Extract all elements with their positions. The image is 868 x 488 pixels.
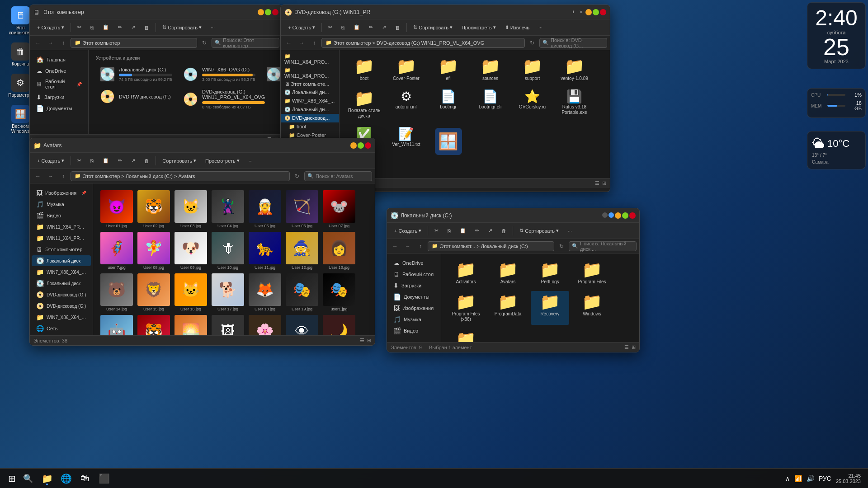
av-sidebar-video[interactable]: 🎬 Видео: [32, 210, 91, 221]
thispc-search[interactable]: 🔍 Поиск в: Этот компьютер: [212, 38, 279, 48]
av-sidebar-localc[interactable]: 💽 Локальный диск: [32, 255, 91, 266]
disk-c[interactable]: 💽 Локальный диск (C:) 74,6 ГБ свободно и…: [96, 64, 177, 84]
avatar-user19[interactable]: 🎭 User 19.jpg: [284, 272, 320, 313]
dvd-file-bootmgr[interactable]: 📄 bootmgr: [429, 88, 467, 122]
taskbar-app-explorer[interactable]: 📁: [38, 470, 56, 487]
tray-network[interactable]: 📶: [793, 474, 803, 483]
tree-win11-2[interactable]: 📁 WIN11_X64_PRO...: [281, 66, 339, 80]
lc-back-btn[interactable]: ←: [390, 241, 401, 252]
lc-folder-users[interactable]: 📁 Пользователи: [447, 328, 485, 342]
avatar-extra2[interactable]: 🌸 ...: [247, 314, 283, 335]
av-refresh-btn[interactable]: ↻: [292, 171, 302, 182]
thispc-rename-btn[interactable]: ✏: [114, 23, 126, 32]
dvd-file-ovgorskiy[interactable]: ⭐ OVGorskiy.ru: [513, 88, 552, 122]
dvd-back-btn[interactable]: ←: [283, 38, 294, 48]
dvd-create-btn[interactable]: + Создать ▾: [284, 23, 319, 32]
avatar-user13[interactable]: 👩 User 13.jpg: [321, 230, 357, 271]
avatar-user05[interactable]: 🧝 User 05.jpg: [247, 189, 283, 230]
sidebar-documents[interactable]: 📄 Документы: [32, 103, 86, 114]
lc-folder-windows[interactable]: 📁 Windows: [573, 291, 611, 325]
lc-sidebar-docs[interactable]: 📄 Документы: [389, 291, 439, 302]
taskbar-clock[interactable]: 21:45 25.03.2023: [836, 473, 861, 484]
lc-more-btn[interactable]: ···: [564, 227, 576, 235]
av-grid-view[interactable]: ⊞: [367, 338, 371, 343]
thispc-create-btn[interactable]: + Создать ▾: [33, 23, 68, 32]
lc-copy-btn[interactable]: ⎘: [444, 227, 454, 235]
disk-g[interactable]: 📀 DVD-дисковод (G:) WIN11_PRO_VL_X64_OVG…: [179, 86, 260, 112]
avatars-minimize[interactable]: [350, 142, 357, 149]
dvd-folder-ventoy[interactable]: 📁 ventoy-1.0.89: [555, 56, 594, 84]
thispc-forward-btn[interactable]: →: [45, 38, 56, 48]
avatars-maximize[interactable]: [358, 142, 364, 149]
avatar-user10[interactable]: 🗡 User 10.jpg: [210, 230, 246, 271]
lc-grid-view[interactable]: ⊞: [632, 344, 636, 350]
dvd-file-rufus[interactable]: 💾 Rufus v3.18 Portable.exe: [555, 88, 594, 122]
lc-cut-btn[interactable]: ✂: [431, 226, 442, 235]
tree-boot[interactable]: 📁 boot: [281, 122, 339, 131]
tree-local[interactable]: 💽 Локальный ди...: [281, 88, 339, 97]
lc-delete-btn[interactable]: 🗑: [498, 227, 510, 235]
taskbar-search-btn[interactable]: 🔍: [20, 470, 36, 487]
tree-dvd-active[interactable]: 📀 DVD-дисковод...: [281, 114, 339, 122]
thispc-close[interactable]: [272, 9, 278, 15]
dvd-close[interactable]: [600, 9, 606, 15]
avatar-user12[interactable]: 🧙 User 12.jpg: [284, 230, 320, 271]
tree-win11-1[interactable]: 📁 WIN11_X64_PRO...: [281, 52, 339, 66]
lc-refresh-btn[interactable]: ↻: [556, 241, 567, 252]
av-view-btn[interactable]: Просмотреть ▾: [202, 156, 243, 165]
dvd-sort-btn[interactable]: ⇅ Сортировать ▾: [410, 23, 456, 32]
av-list-view[interactable]: ☰: [360, 338, 364, 343]
avatar-user07[interactable]: 🐭 User 07.jpg: [321, 189, 357, 230]
dvd-file-autorun[interactable]: ⚙ autorun.inf: [387, 88, 425, 122]
lc-address-path[interactable]: 📁 Этот компьют... > Локальный диск (C:): [428, 241, 554, 251]
lc-rename-btn[interactable]: ✏: [472, 226, 483, 235]
thispc-cut-btn[interactable]: ✂: [74, 23, 85, 32]
lc-folder-programfiles[interactable]: 📁 Program Files: [573, 259, 611, 287]
dvd-rename-btn[interactable]: ✏: [365, 23, 377, 32]
avatar-extra1[interactable]: 🖼 ...: [210, 314, 246, 335]
localc-maximize[interactable]: [622, 212, 628, 219]
av-sidebar-win7b[interactable]: 📁 WIN7_X86_X64_OV...: [32, 312, 91, 323]
dvd-extract-btn[interactable]: ⬆ Извлечь: [501, 23, 533, 32]
avatar-user16[interactable]: 🐱 User 16.jpg: [173, 272, 209, 313]
avatar-user01[interactable]: 😈 User 01.jpg: [99, 189, 135, 230]
tray-expand[interactable]: ∧: [784, 474, 791, 483]
avatar-user15[interactable]: 🦁 User 15.jpg: [136, 272, 172, 313]
dvd-close-tab[interactable]: ✕: [579, 9, 583, 14]
av-sidebar-thispc[interactable]: 🖥 Этот компьютер: [32, 244, 91, 255]
localc-create-btn[interactable]: + Создать ▾: [391, 226, 425, 235]
dvd-more-btn[interactable]: ···: [535, 23, 546, 32]
thispc-share-btn[interactable]: ↗: [127, 23, 139, 32]
lc-sidebar-music[interactable]: 🎵 Музыка: [389, 314, 439, 325]
dvd-grid-view[interactable]: ⊞: [602, 180, 606, 186]
avatar-extra3[interactable]: 👁 ...: [284, 314, 320, 335]
av-sort-btn[interactable]: Сортировать ▾: [159, 156, 200, 165]
lc-folder-recovery[interactable]: 📁 Recovery: [531, 291, 569, 325]
lc-folder-programdata[interactable]: 📁 ProgramData: [489, 291, 527, 325]
sidebar-onedrive[interactable]: ☁ OneDrive: [32, 66, 86, 76]
lc-folder-activators[interactable]: 📁 Activators: [447, 259, 485, 287]
thispc-refresh-btn[interactable]: ↻: [199, 38, 210, 48]
tree-local2[interactable]: 💽 Локальный ди...: [281, 105, 339, 114]
start-button[interactable]: ⊞: [4, 470, 20, 487]
avatars-close[interactable]: [365, 142, 371, 149]
sidebar-desktop[interactable]: 🖥 Рабочий стол 📌: [32, 77, 86, 91]
taskbar-app-terminal[interactable]: ⬛: [95, 470, 113, 487]
dvd-address-path[interactable]: 📁 Этот компьютер > DVD-дисковод (G:) WIN…: [321, 38, 525, 48]
avatar-user03[interactable]: 🐱 User 03.jpg: [173, 189, 209, 230]
lc-sidebar-downloads[interactable]: ⬇ Загрузки: [389, 280, 439, 291]
av-copy-btn[interactable]: ⎘: [87, 157, 97, 165]
dvd-win11-icon[interactable]: 🪟: [429, 125, 467, 158]
dvd-up-btn[interactable]: ↑: [309, 38, 320, 48]
thispc-more-btn[interactable]: ···: [207, 23, 218, 32]
av-paste-btn[interactable]: 📋: [99, 156, 113, 165]
tree-thispc[interactable]: 🖥 Этот компьюте...: [281, 80, 339, 88]
av-search[interactable]: 🔍 Поиск в: Avatars: [304, 171, 372, 181]
lc-paste-btn[interactable]: 📋: [456, 226, 470, 235]
avatar-user1[interactable]: 🎭 user1.jpg: [321, 272, 357, 313]
avatar-user04[interactable]: 🦹 User 04.jpg: [210, 189, 246, 230]
lc-list-view[interactable]: ☰: [624, 344, 629, 350]
dvd-paste-btn[interactable]: 📋: [350, 23, 363, 32]
av-share-btn[interactable]: ↗: [127, 156, 139, 165]
disk-e[interactable]: 💽 Локальный диск (E:) 119,9 ГБ свободно …: [262, 64, 282, 84]
